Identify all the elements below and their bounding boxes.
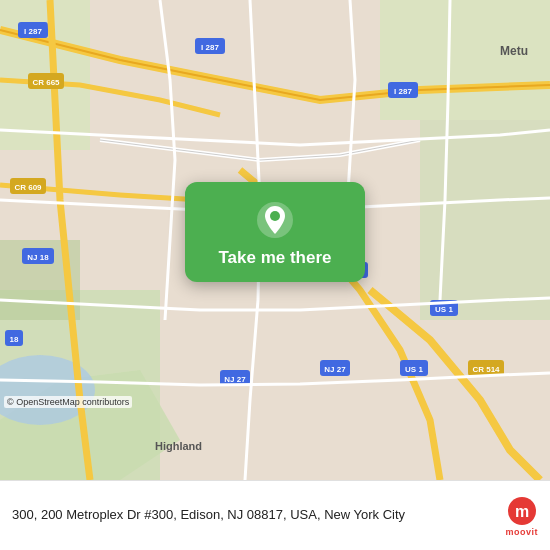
svg-text:18: 18 xyxy=(10,335,19,344)
svg-text:Highland: Highland xyxy=(155,440,202,452)
bottom-bar: 300, 200 Metroplex Dr #300, Edison, NJ 0… xyxy=(0,480,550,550)
moovit-icon: m xyxy=(506,495,538,527)
moovit-label: moovit xyxy=(505,527,538,537)
svg-text:US 1: US 1 xyxy=(405,365,423,374)
svg-text:US 1: US 1 xyxy=(435,305,453,314)
svg-text:NJ 18: NJ 18 xyxy=(27,253,49,262)
moovit-logo: m moovit xyxy=(505,495,538,537)
svg-text:NJ 27: NJ 27 xyxy=(324,365,346,374)
svg-text:CR 609: CR 609 xyxy=(14,183,42,192)
map-container: I 287 I 287 I 287 NJ 18 18 CR 665 CR 609… xyxy=(0,0,550,480)
svg-text:m: m xyxy=(515,503,529,520)
location-card[interactable]: Take me there xyxy=(185,182,365,282)
svg-rect-3 xyxy=(380,0,550,120)
svg-text:NJ 27: NJ 27 xyxy=(224,375,246,384)
osm-attribution: © OpenStreetMap contributors xyxy=(4,396,132,408)
map-pin-icon xyxy=(255,200,295,240)
svg-text:I 287: I 287 xyxy=(201,43,219,52)
svg-text:CR 665: CR 665 xyxy=(32,78,60,87)
svg-point-37 xyxy=(270,211,280,221)
take-me-there-button[interactable]: Take me there xyxy=(218,248,331,268)
svg-text:I 287: I 287 xyxy=(394,87,412,96)
svg-text:Metu: Metu xyxy=(500,44,528,58)
svg-text:I 287: I 287 xyxy=(24,27,42,36)
svg-text:CR 514: CR 514 xyxy=(472,365,500,374)
address-text: 300, 200 Metroplex Dr #300, Edison, NJ 0… xyxy=(12,506,497,524)
